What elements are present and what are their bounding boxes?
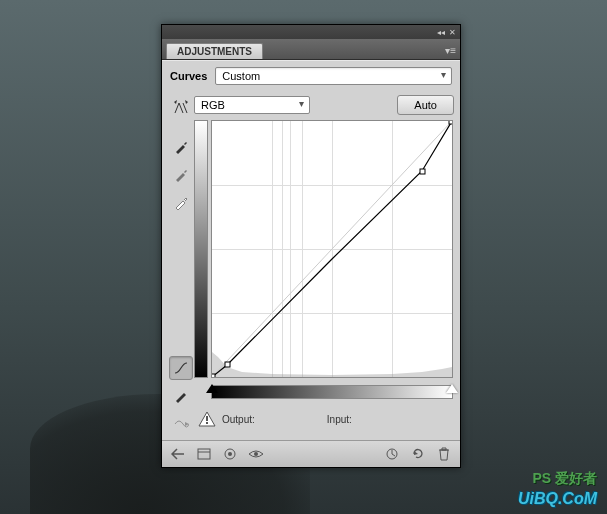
main-row: RGB Auto <box>162 91 460 440</box>
targeted-adjustment-icon <box>173 99 189 115</box>
eyedropper-white[interactable] <box>169 191 193 215</box>
close-icon[interactable]: ✕ <box>449 28 456 37</box>
expand-view-button[interactable] <box>194 445 214 463</box>
tab-row: ADJUSTMENTS ▾≡ <box>162 39 460 60</box>
collapse-icon[interactable]: ◂◂ <box>437 28 445 37</box>
output-label: Output: <box>222 414 255 425</box>
curves-graph[interactable] <box>211 120 453 378</box>
curve-mode-icon <box>173 360 189 376</box>
clip-icon <box>223 447 237 461</box>
preset-label: Curves <box>170 70 207 82</box>
svg-point-10 <box>254 452 258 456</box>
channel-dropdown[interactable]: RGB <box>194 96 310 114</box>
smooth-button[interactable] <box>169 412 193 436</box>
expand-icon <box>197 448 211 460</box>
prev-state-button[interactable] <box>382 445 402 463</box>
svg-rect-7 <box>198 449 210 459</box>
svg-rect-2 <box>225 362 230 367</box>
panel-body: Curves Custom <box>162 60 460 467</box>
svg-line-0 <box>212 121 452 377</box>
svg-point-9 <box>228 452 232 456</box>
prev-state-icon <box>385 447 399 461</box>
clip-to-layer-button[interactable] <box>220 445 240 463</box>
svg-rect-4 <box>449 121 452 124</box>
channel-value: RGB <box>201 99 225 111</box>
auto-label: Auto <box>414 99 437 111</box>
delete-button[interactable] <box>434 445 454 463</box>
pencil-mode-button[interactable] <box>169 384 193 408</box>
targeted-adjustment-tool[interactable] <box>169 95 193 119</box>
svg-rect-1 <box>212 374 215 377</box>
graph-column: RGB Auto <box>194 95 454 436</box>
panel-menu-icon[interactable]: ▾≡ <box>445 45 456 59</box>
svg-rect-5 <box>206 416 208 421</box>
clip-warning-icon[interactable] <box>198 410 216 428</box>
input-label: Input: <box>327 414 352 425</box>
eyedropper-gray-icon <box>174 168 188 182</box>
black-point-slider[interactable] <box>206 384 218 393</box>
eyedropper-black[interactable] <box>169 135 193 159</box>
eyedropper-black-icon <box>174 140 188 154</box>
eyedropper-white-icon <box>174 196 188 210</box>
preset-row: Curves Custom <box>162 61 460 91</box>
panel-titlebar: ◂◂ ✕ <box>162 25 460 39</box>
auto-button[interactable]: Auto <box>397 95 454 115</box>
curve-mode-button[interactable] <box>169 356 193 380</box>
tab-label: ADJUSTMENTS <box>177 46 252 57</box>
back-arrow-icon <box>171 448 185 460</box>
white-point-slider[interactable] <box>446 384 458 393</box>
reset-icon <box>411 447 425 461</box>
output-gradient <box>194 120 208 378</box>
trash-icon <box>438 447 450 461</box>
output-input-row: Output: Input: <box>194 404 454 436</box>
input-gradient-row <box>194 385 454 399</box>
back-button[interactable] <box>168 445 188 463</box>
visibility-button[interactable] <box>246 445 266 463</box>
pencil-mode-icon <box>174 389 188 403</box>
watermark-line2: UiBQ.CoM <box>518 490 597 508</box>
tool-column <box>168 95 194 436</box>
eyedropper-gray[interactable] <box>169 163 193 187</box>
graph-wrap <box>194 120 454 378</box>
watermark-line1: PS 爱好者 <box>532 470 597 488</box>
panel-footer <box>162 440 460 467</box>
channel-row: RGB Auto <box>194 95 454 115</box>
adjustments-panel: ◂◂ ✕ ADJUSTMENTS ▾≡ Curves Custom <box>161 24 461 468</box>
eye-icon <box>248 448 264 460</box>
smooth-icon <box>173 416 189 432</box>
curve-svg <box>212 121 452 377</box>
preset-value: Custom <box>222 70 260 82</box>
tab-adjustments[interactable]: ADJUSTMENTS <box>166 43 263 59</box>
reset-button[interactable] <box>408 445 428 463</box>
svg-rect-3 <box>420 169 425 174</box>
input-gradient[interactable] <box>211 385 453 399</box>
preset-dropdown[interactable]: Custom <box>215 67 452 85</box>
svg-rect-6 <box>206 422 208 424</box>
